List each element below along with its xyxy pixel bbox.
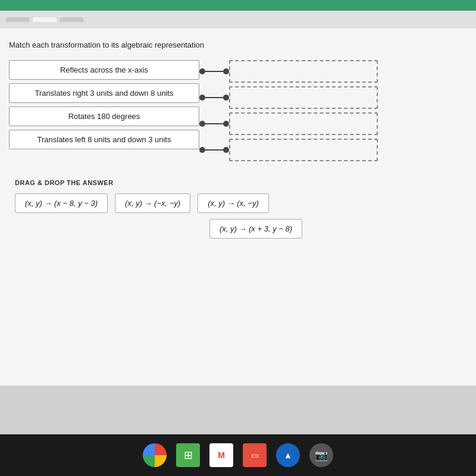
drag-item-3[interactable]: (x, y) → (x, −y) (198, 193, 269, 213)
connector-row-4 (199, 139, 229, 161)
connector-row-3 (199, 112, 229, 135)
right-dot-1[interactable] (223, 68, 229, 74)
tab-1[interactable] (6, 17, 30, 22)
left-item-3: Rotates 180 degrees (9, 107, 199, 126)
matching-section: Reflects across the x-axis Translates ri… (9, 60, 467, 161)
line-1 (205, 71, 223, 72)
left-dot-1[interactable] (199, 68, 205, 74)
drag-drop-label: DRAG & DROP THE ANSWER (15, 179, 461, 186)
top-green-bar (0, 0, 476, 11)
camera-icon[interactable]: 📷 (309, 443, 333, 467)
left-dot-3[interactable] (199, 121, 205, 127)
right-dot-2[interactable] (223, 95, 229, 101)
connector-row-2 (199, 86, 229, 109)
right-drop-1[interactable] (229, 60, 378, 83)
right-drop-4[interactable] (229, 139, 378, 161)
tab-area (0, 11, 476, 29)
left-column: Reflects across the x-axis Translates ri… (9, 60, 199, 149)
connector-area (199, 60, 229, 161)
right-dot-4[interactable] (223, 147, 229, 153)
left-item-2: Translates right 3 units and down 8 unit… (9, 83, 199, 103)
right-dot-3[interactable] (223, 121, 229, 127)
drag-options-row-1: (x, y) → (x − 8, y − 3) (x, y) → (−x, −y… (15, 193, 461, 213)
right-column (229, 60, 378, 161)
drag-item-1[interactable]: (x, y) → (x − 8, y − 3) (15, 193, 108, 213)
line-4 (205, 149, 223, 151)
left-item-1: Reflects across the x-axis (9, 60, 199, 80)
line-2 (205, 97, 223, 98)
left-dot-2[interactable] (199, 95, 205, 101)
right-drop-2[interactable] (229, 86, 378, 109)
drag-options-row-2: (x, y) → (x + 3, y − 8) (15, 219, 461, 239)
slides-icon[interactable]: ▭ (243, 443, 267, 467)
taskbar: ⊞ M ▭ ▲ 📷 (0, 434, 476, 476)
tab-2[interactable] (33, 17, 57, 22)
connector-row-1 (199, 60, 229, 83)
gmail-icon[interactable]: M (209, 443, 233, 467)
drag-drop-section: DRAG & DROP THE ANSWER (x, y) → (x − 8, … (9, 179, 467, 239)
chrome-icon[interactable] (143, 443, 167, 467)
instruction-text: Match each transformation to its algebra… (9, 40, 467, 49)
grid-icon[interactable]: ⊞ (176, 443, 200, 467)
drag-item-4[interactable]: (x, y) → (x + 3, y − 8) (209, 219, 302, 239)
drag-item-2[interactable]: (x, y) → (−x, −y) (115, 193, 190, 213)
main-content: Match each transformation to its algebra… (0, 29, 476, 386)
left-dot-4[interactable] (199, 147, 205, 153)
right-drop-3[interactable] (229, 112, 378, 135)
drive-icon[interactable]: ▲ (276, 443, 300, 467)
left-item-4: Translates left 8 units and down 3 units (9, 130, 199, 149)
tab-3[interactable] (60, 17, 83, 22)
line-3 (205, 123, 223, 124)
